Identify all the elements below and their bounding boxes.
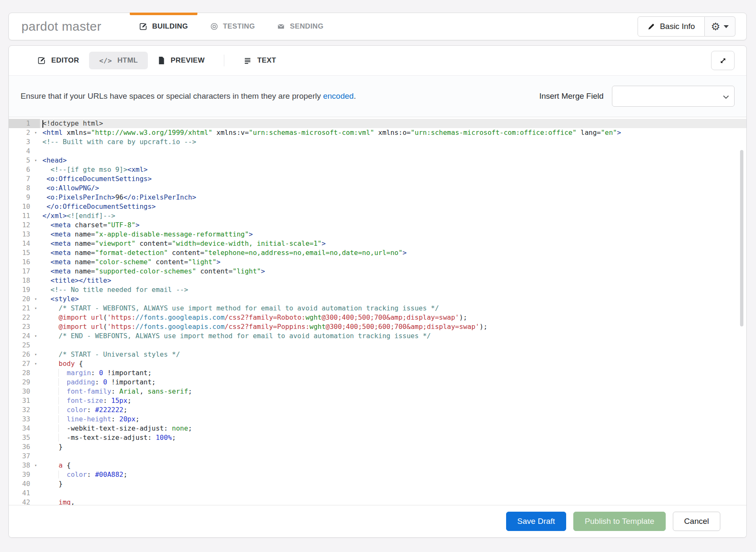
fold-toggle-icon[interactable]: ▾ [32, 128, 40, 137]
code-line[interactable]: 18 <title></title> [9, 276, 746, 285]
code-line[interactable]: 31 font-size: 15px; [9, 396, 746, 405]
cancel-button[interactable]: Cancel [673, 512, 720, 531]
html-code-editor[interactable]: 1<!doctype html>2▾<html xmlns="http://ww… [9, 117, 746, 505]
gutter: 5▾ [9, 156, 40, 165]
code-line[interactable]: 41 [9, 489, 746, 498]
code-line[interactable]: 35 -ms-text-size-adjust: 100%; [9, 433, 746, 442]
gutter: 17 [9, 267, 40, 276]
fold-toggle-icon[interactable]: ▾ [32, 350, 40, 359]
settings-menu-button[interactable]: ⚙ [705, 16, 735, 37]
tab-sending-label: SENDING [290, 22, 323, 31]
code-line[interactable]: 24▾ /* END - WEBFONTS, ALWAYS use import… [9, 331, 746, 341]
code-line[interactable]: 1<!doctype html> [9, 119, 746, 128]
code-line[interactable]: 36 } [9, 442, 746, 452]
code-line[interactable]: 15 <meta name="format-detection" content… [9, 248, 746, 258]
fold-toggle-icon[interactable]: ▾ [32, 331, 40, 341]
fullscreen-button[interactable] [711, 51, 735, 70]
fold-toggle-icon[interactable]: ▾ [32, 294, 40, 304]
tab-preview[interactable]: PREVIEW [148, 52, 215, 69]
code-line[interactable]: 12 <meta charset="UTF-8"> [9, 221, 746, 230]
gutter: 37 [9, 452, 40, 461]
code-text: </xml><![endif]--> [40, 211, 115, 221]
code-line[interactable]: 5▾<head> [9, 156, 746, 165]
basic-info-button[interactable]: Basic Info [638, 16, 704, 37]
notice-suffix: . [354, 92, 356, 100]
line-number: 11 [9, 211, 32, 221]
tab-testing[interactable]: TESTING [199, 13, 266, 40]
tab-html[interactable]: </> HTML [89, 52, 148, 69]
fold-spacer [32, 378, 40, 387]
gutter: 24▾ [9, 331, 40, 341]
code-line[interactable]: 10 </o:OfficeDocumentSettings> [9, 202, 746, 211]
save-draft-button[interactable]: Save Draft [506, 512, 567, 531]
code-line[interactable]: 33 line-height: 20px; [9, 415, 746, 424]
code-line[interactable]: 42 img, [9, 498, 746, 505]
fold-spacer [32, 221, 40, 230]
code-line[interactable]: 23 @import url('https://fonts.googleapis… [9, 322, 746, 331]
code-line[interactable]: 25 [9, 341, 746, 350]
code-line[interactable]: 2▾<html xmlns="http://www.w3.org/1999/xh… [9, 128, 746, 137]
fold-spacer [32, 165, 40, 174]
code-line[interactable]: 16 <meta name="color-scheme" content="li… [9, 258, 746, 267]
merge-field-select[interactable] [612, 86, 735, 107]
code-line[interactable]: 28 margin: 0 !important; [9, 368, 746, 378]
code-line[interactable]: 38▾ a { [9, 461, 746, 470]
code-line[interactable]: 26▾ /* START - Universal styles */ [9, 350, 746, 359]
code-line[interactable]: 7 <o:OfficeDocumentSettings> [9, 174, 746, 184]
tab-building[interactable]: BUILDING [128, 13, 199, 40]
line-number: 7 [9, 174, 32, 184]
gutter: 23 [9, 322, 40, 331]
code-line[interactable]: 21▾ /* START - WEBFONTS, ALWAYS use impo… [9, 304, 746, 313]
gutter: 22 [9, 313, 40, 322]
gear-icon: ⚙ [711, 21, 720, 32]
code-line[interactable]: 3<!-- Built with care by upcraft.io --> [9, 137, 746, 147]
text-lines-icon [244, 57, 252, 65]
code-line[interactable]: 13 <meta name="x-apple-disable-message-r… [9, 230, 746, 239]
line-number: 26 [9, 350, 32, 359]
tab-text[interactable]: TEXT [234, 52, 286, 69]
code-text: } [40, 442, 63, 452]
code-line[interactable]: 14 <meta name="viewport" content="width=… [9, 239, 746, 248]
code-line[interactable]: 4 [9, 147, 746, 156]
code-line[interactable]: 22 @import url('https://fonts.googleapis… [9, 313, 746, 322]
gutter: 41 [9, 489, 40, 498]
gutter: 16 [9, 258, 40, 267]
fold-toggle-icon[interactable]: ▾ [32, 304, 40, 313]
code-line[interactable]: 37 [9, 452, 746, 461]
fold-toggle-icon[interactable]: ▾ [32, 359, 40, 368]
code-line[interactable]: 32 color: #222222; [9, 405, 746, 415]
code-line[interactable]: 29 padding: 0 !important; [9, 378, 746, 387]
code-line[interactable]: 39 color: #00A882; [9, 470, 746, 479]
code-line[interactable]: 20▾ <style> [9, 294, 746, 304]
code-line[interactable]: 8 <o:AllowPNG/> [9, 184, 746, 193]
publish-to-template-button[interactable]: Publish to Template [573, 512, 665, 531]
code-line[interactable]: 27▾ body { [9, 359, 746, 368]
email-editor-panel: EDITOR </> HTML PREVIEW TEXT Ensure tha [8, 45, 747, 538]
code-line[interactable]: 17 <meta name="supported-color-schemes" … [9, 267, 746, 276]
fold-toggle-icon[interactable]: ▾ [32, 461, 40, 470]
tab-text-label: TEXT [257, 56, 276, 65]
tab-editor[interactable]: EDITOR [27, 52, 89, 69]
fold-spacer [32, 211, 40, 221]
code-text [40, 489, 42, 498]
code-text: /* END - WEBFONTS, ALWAYS use import met… [40, 331, 431, 341]
code-line[interactable]: 34 -webkit-text-size-adjust: none; [9, 424, 746, 433]
code-line[interactable]: 30 font-family: Arial, sans-serif; [9, 387, 746, 396]
code-text: <meta name="viewport" content="width=dev… [40, 239, 326, 248]
encoded-link[interactable]: encoded [323, 92, 354, 100]
gutter: 36 [9, 442, 40, 452]
code-line[interactable]: 6 <!--[if gte mso 9]><xml> [9, 165, 746, 174]
editor-scrollbar[interactable] [740, 150, 743, 326]
code-line[interactable]: 11</xml><![endif]--> [9, 211, 746, 221]
code-line[interactable]: 9 <o:PixelsPerInch>96</o:PixelsPerInch> [9, 193, 746, 202]
tab-sending[interactable]: SENDING [266, 13, 334, 40]
code-line[interactable]: 40 } [9, 479, 746, 489]
line-number: 27 [9, 359, 32, 368]
gutter: 26▾ [9, 350, 40, 359]
code-text: a { [40, 461, 71, 470]
code-text: -webkit-text-size-adjust: none; [40, 424, 192, 433]
fold-toggle-icon[interactable]: ▾ [32, 156, 40, 165]
code-text: <style> [40, 294, 79, 304]
code-line[interactable]: 19 <!-- No title needed for email --> [9, 285, 746, 294]
header-tabs: BUILDING TESTING SENDING [128, 13, 334, 40]
